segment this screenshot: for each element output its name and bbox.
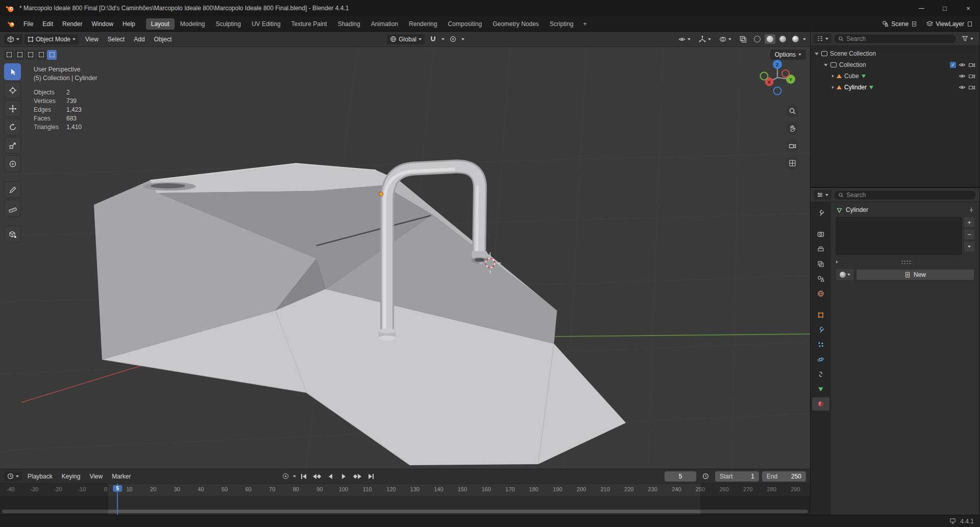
xray-toggle[interactable] (737, 34, 750, 44)
remove-slot-button[interactable]: − (964, 229, 974, 239)
jump-to-start-button[interactable] (298, 471, 309, 482)
select-mode-set[interactable] (4, 50, 14, 60)
properties-editor-type-button[interactable] (814, 190, 831, 200)
zoom-button[interactable] (786, 104, 799, 117)
transform-orientation-dropdown[interactable]: Global (387, 34, 425, 44)
properties-tab-world[interactable] (812, 287, 829, 300)
collection-exclude-checkbox[interactable]: ✓ (950, 62, 956, 68)
add-slot-button[interactable]: + (964, 217, 974, 227)
properties-tab-object[interactable] (812, 308, 829, 322)
menu-item[interactable]: Edit (38, 19, 58, 29)
new-material-button[interactable]: New (856, 269, 974, 280)
select-mode-subtract[interactable] (26, 50, 35, 60)
workspace-tab[interactable]: Animation (366, 18, 403, 30)
shading-material-button[interactable] (777, 34, 788, 44)
navigation-gizmo[interactable]: Z Y X (754, 54, 801, 101)
expander-icon[interactable] (836, 260, 838, 264)
workspace-tab[interactable]: Geometry Nodes (487, 18, 544, 30)
pan-button[interactable] (786, 122, 799, 135)
gizmos-dropdown[interactable] (696, 34, 714, 44)
menu-item[interactable]: Help (118, 19, 140, 29)
disable-render-camera-icon[interactable] (968, 61, 975, 68)
workspace-tab[interactable]: Texture Paint (286, 18, 332, 30)
gizmo-x-negative[interactable] (782, 70, 789, 77)
properties-tab-constraints[interactable] (812, 368, 829, 381)
menu-item[interactable]: Window (87, 19, 118, 29)
outliner-search-input[interactable] (846, 35, 952, 42)
tool-tweak-select[interactable] (4, 63, 21, 80)
tool-move[interactable] (4, 100, 21, 117)
gizmo-z-negative[interactable] (774, 87, 781, 95)
play-reverse-button[interactable] (325, 471, 336, 482)
hide-eye-icon[interactable] (959, 84, 966, 91)
menu-item[interactable]: Render (58, 19, 87, 29)
menu-item[interactable]: File (19, 19, 38, 29)
pin-icon[interactable] (968, 207, 974, 213)
workspace-tab[interactable]: Compositing (443, 18, 487, 30)
timeline-scrollbar[interactable] (2, 510, 808, 513)
timeline-menu-item[interactable]: Marker (107, 471, 135, 482)
properties-tab-physics[interactable] (812, 353, 829, 366)
timeline-menu-item[interactable]: Playback (23, 471, 57, 482)
workspace-tab[interactable]: Rendering (404, 18, 442, 30)
object-type-visibility-dropdown[interactable] (675, 34, 694, 44)
viewport-menu-item[interactable]: Select (103, 34, 129, 44)
timeline-menu-item[interactable]: Keying (57, 471, 85, 482)
timeline-menu-item[interactable]: View (85, 471, 107, 482)
tool-rotate[interactable] (4, 118, 21, 135)
expander-icon[interactable] (832, 75, 834, 78)
frame-end-field[interactable]: End 250 (762, 471, 806, 482)
workspace-tab[interactable]: Shading (333, 18, 365, 30)
minimize-button[interactable] (910, 0, 933, 16)
outliner-row-cylinder[interactable]: Cylinder (811, 82, 979, 93)
properties-tab-render[interactable] (812, 228, 829, 241)
blender-menu-button[interactable] (4, 18, 18, 29)
expander-icon[interactable] (815, 53, 819, 55)
proportional-editing-toggle[interactable] (447, 34, 459, 44)
disable-render-camera-icon[interactable] (968, 84, 975, 91)
outliner-search[interactable] (834, 34, 957, 44)
workspace-tab[interactable]: Sculpting (211, 18, 246, 30)
overlays-dropdown[interactable] (716, 34, 734, 44)
expander-icon[interactable] (832, 86, 834, 89)
scene-selector[interactable]: Scene (879, 19, 920, 29)
playhead-badge[interactable]: 5 (113, 485, 122, 492)
outliner-filter-button[interactable] (959, 34, 976, 43)
properties-tab-scene[interactable] (812, 272, 829, 285)
close-button[interactable]: × (957, 0, 980, 16)
workspace-tab[interactable]: Scripting (545, 18, 579, 30)
tool-transform[interactable] (4, 155, 21, 172)
properties-tab-view-layer[interactable] (812, 257, 829, 271)
proportional-options-caret[interactable] (461, 38, 464, 40)
timeline-editor-type-button[interactable] (4, 471, 22, 481)
tool-cursor[interactable] (4, 82, 21, 99)
tool-measure[interactable] (4, 200, 21, 217)
shading-rendered-button[interactable] (790, 34, 801, 44)
use-preview-range-toggle[interactable] (699, 471, 712, 481)
properties-tab-particles[interactable] (812, 338, 829, 351)
properties-tab-output[interactable] (812, 243, 829, 256)
shading-solid-button[interactable] (765, 34, 775, 44)
viewport-menu-item[interactable]: Add (129, 34, 149, 44)
properties-search-input[interactable] (846, 191, 972, 199)
tool-annotate[interactable] (4, 181, 21, 198)
viewport-canvas[interactable] (0, 47, 810, 469)
editor-type-button[interactable] (4, 34, 22, 44)
outliner-row-cube[interactable]: Cube (811, 70, 979, 82)
material-slot-list[interactable] (836, 217, 962, 255)
browse-material-button[interactable] (836, 269, 853, 280)
add-workspace-button[interactable]: + (580, 19, 591, 29)
hide-eye-icon[interactable] (959, 61, 966, 68)
snap-options-caret[interactable] (442, 38, 445, 40)
ortho-toggle-button[interactable] (786, 156, 799, 170)
gizmo-y-negative[interactable] (761, 73, 768, 80)
properties-search[interactable] (834, 190, 976, 200)
play-button[interactable] (338, 471, 350, 482)
maximize-button[interactable]: □ (933, 0, 957, 16)
workspace-tab[interactable]: Layout (146, 18, 175, 30)
workspace-tab[interactable]: Modeling (175, 18, 210, 30)
tool-scale[interactable] (4, 137, 21, 154)
select-mode-intersect[interactable] (47, 50, 57, 60)
expander-icon[interactable] (824, 64, 828, 66)
properties-tab-tool[interactable] (812, 206, 829, 220)
